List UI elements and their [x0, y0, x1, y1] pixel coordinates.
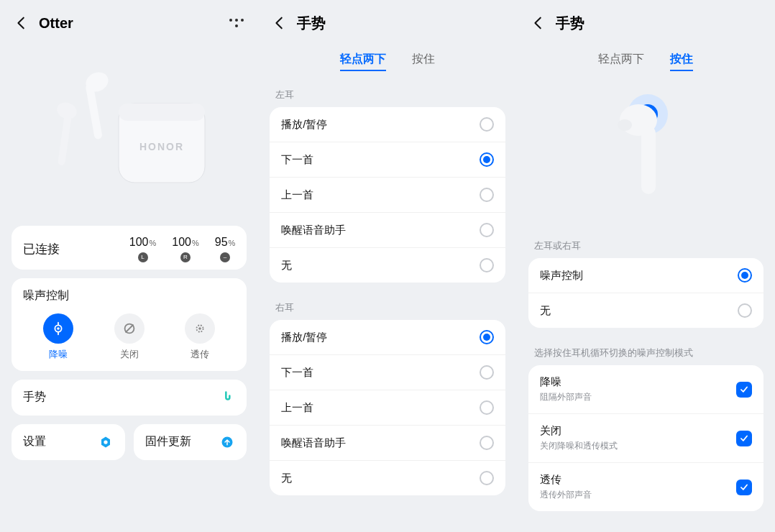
page-title: 手势: [297, 14, 503, 33]
radio-icon: [480, 117, 494, 132]
option-noise-control[interactable]: 噪声控制: [528, 258, 763, 293]
header: Otter: [7, 7, 251, 39]
cycle-options: 降噪 阻隔外部声音 关闭 关闭降噪和透传模式 透传 透传: [528, 365, 763, 511]
radio-icon: [480, 258, 494, 272]
svg-text:HONOR: HONOR: [139, 141, 184, 152]
cycle-transparency[interactable]: 透传 透传外部声音: [528, 463, 763, 511]
option-voice-assistant[interactable]: 唤醒语音助手: [270, 213, 505, 248]
product-image: HONOR: [7, 46, 251, 204]
cycle-modes-label: 选择按住耳机循环切换的噪声控制模式: [524, 336, 768, 365]
check-icon: [736, 480, 752, 495]
radio-icon: [480, 152, 494, 167]
gesture-tabs: 轻点两下 按住: [265, 39, 509, 78]
cycle-anc[interactable]: 降噪 阻隔外部声音: [528, 365, 763, 414]
option-voice-assistant[interactable]: 唤醒语音助手: [270, 426, 505, 461]
right-ear-options: 播放/暂停 下一首 上一首 唤醒语音助手 无: [270, 320, 505, 495]
svg-rect-18: [641, 126, 656, 194]
check-icon: [736, 382, 752, 398]
svg-point-13: [104, 440, 107, 444]
noise-mode-off[interactable]: 关闭: [114, 313, 145, 361]
option-play-pause[interactable]: 播放/暂停: [270, 320, 505, 355]
radio-icon: [738, 268, 752, 283]
battery-left: 100% L: [129, 236, 156, 262]
tab-double-tap[interactable]: 轻点两下: [340, 52, 386, 71]
settings-row[interactable]: 设置: [12, 424, 125, 460]
battery-case: 95% –: [215, 236, 236, 262]
screen-main: Otter HONOR 已连接 100%: [0, 0, 258, 532]
gestures-row[interactable]: 手势: [12, 380, 247, 416]
radio-icon: [480, 436, 494, 450]
option-play-pause[interactable]: 播放/暂停: [270, 107, 505, 142]
more-icon[interactable]: [228, 14, 245, 32]
noise-mode-transparency[interactable]: 透传: [185, 313, 215, 361]
back-icon[interactable]: [530, 14, 547, 32]
left-ear-options: 播放/暂停 下一首 上一首 唤醒语音助手 无: [270, 107, 505, 283]
svg-rect-1: [119, 104, 205, 121]
page-title: 手势: [556, 14, 762, 33]
gear-icon: [98, 434, 114, 450]
tab-hold[interactable]: 按住: [412, 52, 435, 71]
svg-point-11: [198, 327, 201, 330]
status-card: 已连接 100% L 100% R 95% –: [12, 226, 247, 270]
update-icon: [219, 434, 235, 450]
option-prev[interactable]: 上一首: [270, 390, 505, 426]
anc-icon: [43, 313, 73, 344]
transparency-icon: [185, 313, 215, 344]
option-none[interactable]: 无: [270, 461, 505, 495]
svg-point-8: [57, 327, 60, 330]
right-ear-label: 右耳: [265, 291, 509, 320]
gesture-tabs: 轻点两下 按住: [524, 39, 768, 78]
radio-icon: [480, 330, 494, 344]
check-icon: [736, 431, 752, 446]
left-ear-label: 左耳: [265, 78, 509, 107]
off-icon: [114, 313, 145, 344]
tab-double-tap[interactable]: 轻点两下: [598, 52, 644, 71]
battery-right: 100% R: [172, 236, 198, 262]
radio-icon: [480, 471, 494, 485]
earbud-image: [524, 86, 768, 208]
hold-options: 噪声控制 无: [528, 258, 763, 328]
either-ear-label: 左耳或右耳: [524, 229, 768, 258]
connection-status: 已连接: [23, 241, 60, 257]
option-next[interactable]: 下一首: [270, 142, 505, 178]
noise-control-title: 噪声控制: [23, 288, 235, 303]
noise-control-card: 噪声控制 降噪 关闭 透传: [12, 278, 247, 371]
option-none[interactable]: 无: [528, 293, 763, 328]
option-prev[interactable]: 上一首: [270, 178, 505, 213]
option-next[interactable]: 下一首: [270, 355, 505, 390]
touch-icon: [219, 390, 235, 405]
svg-rect-4: [85, 83, 102, 140]
screen-gestures-hold: 手势 轻点两下 按住 左耳或右耳 噪声控制 无 选择按住: [517, 0, 775, 532]
noise-mode-anc[interactable]: 降噪: [43, 313, 73, 361]
page-title: Otter: [39, 15, 228, 32]
radio-icon: [738, 303, 752, 318]
cycle-off[interactable]: 关闭 关闭降噪和透传模式: [528, 414, 763, 463]
back-icon[interactable]: [13, 14, 30, 32]
screen-gestures-tap: 手势 轻点两下 按住 左耳 播放/暂停 下一首 上一首 唤醒语音助手: [258, 0, 516, 532]
svg-point-19: [618, 119, 632, 131]
radio-icon: [480, 400, 494, 415]
back-icon[interactable]: [271, 14, 288, 32]
radio-icon: [480, 365, 494, 380]
svg-rect-6: [58, 115, 72, 166]
tab-hold[interactable]: 按住: [670, 52, 693, 71]
option-none[interactable]: 无: [270, 248, 505, 283]
firmware-row[interactable]: 固件更新: [134, 424, 247, 460]
radio-icon: [480, 223, 494, 237]
radio-icon: [480, 188, 494, 202]
